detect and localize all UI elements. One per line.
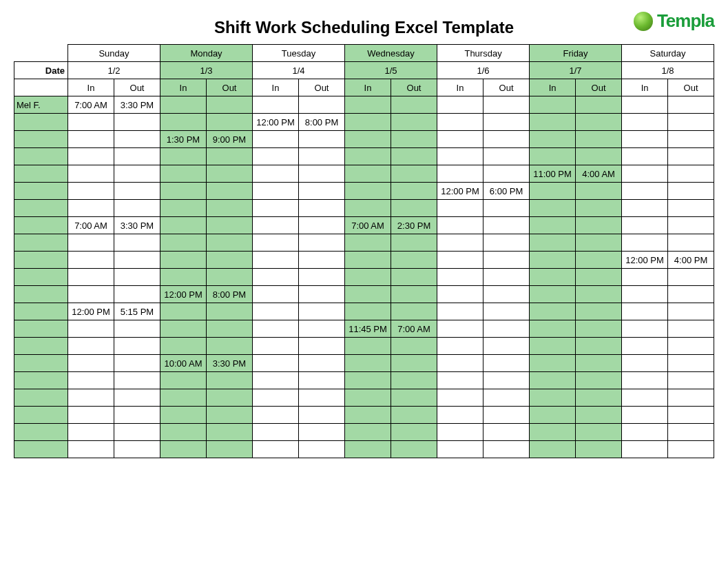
- time-cell[interactable]: 11:00 PM: [530, 165, 576, 183]
- time-cell[interactable]: [437, 165, 483, 183]
- time-cell[interactable]: [483, 114, 530, 131]
- time-cell[interactable]: [437, 372, 483, 389]
- time-cell[interactable]: [483, 217, 530, 234]
- time-cell[interactable]: [437, 286, 483, 303]
- time-cell[interactable]: [668, 303, 714, 320]
- time-cell[interactable]: [299, 148, 345, 165]
- employee-name-cell[interactable]: [14, 389, 68, 407]
- time-cell[interactable]: [622, 234, 668, 252]
- time-cell[interactable]: [576, 217, 622, 234]
- time-cell[interactable]: [299, 217, 345, 234]
- time-cell[interactable]: [253, 286, 299, 303]
- time-cell[interactable]: [253, 183, 299, 200]
- time-cell[interactable]: [68, 200, 114, 217]
- time-cell[interactable]: 9:00 PM: [207, 131, 253, 148]
- time-cell[interactable]: [391, 303, 437, 320]
- time-cell[interactable]: [114, 286, 160, 303]
- employee-name-cell[interactable]: [14, 183, 68, 200]
- time-cell[interactable]: [253, 217, 299, 234]
- time-cell[interactable]: [207, 200, 253, 217]
- time-cell[interactable]: [530, 148, 576, 165]
- time-cell[interactable]: [160, 252, 207, 269]
- time-cell[interactable]: 12:00 PM: [160, 286, 207, 303]
- time-cell[interactable]: [576, 303, 622, 320]
- time-cell[interactable]: [160, 114, 207, 131]
- time-cell[interactable]: [530, 286, 576, 303]
- time-cell[interactable]: [114, 200, 160, 217]
- time-cell[interactable]: [160, 372, 207, 389]
- time-cell[interactable]: [668, 269, 714, 286]
- time-cell[interactable]: [668, 165, 714, 183]
- time-cell[interactable]: 10:00 AM: [160, 355, 207, 372]
- time-cell[interactable]: [345, 389, 391, 407]
- time-cell[interactable]: [207, 338, 253, 355]
- time-cell[interactable]: [114, 355, 160, 372]
- time-cell[interactable]: [622, 114, 668, 131]
- time-cell[interactable]: [483, 131, 530, 148]
- time-cell[interactable]: [299, 96, 345, 114]
- time-cell[interactable]: [576, 148, 622, 165]
- time-cell[interactable]: [483, 372, 530, 389]
- time-cell[interactable]: [576, 200, 622, 217]
- time-cell[interactable]: [483, 165, 530, 183]
- time-cell[interactable]: [160, 320, 207, 338]
- time-cell[interactable]: [668, 286, 714, 303]
- time-cell[interactable]: [622, 148, 668, 165]
- time-cell[interactable]: [253, 269, 299, 286]
- time-cell[interactable]: 3:30 PM: [207, 355, 253, 372]
- time-cell[interactable]: [207, 320, 253, 338]
- time-cell[interactable]: [345, 252, 391, 269]
- time-cell[interactable]: [483, 96, 530, 114]
- time-cell[interactable]: [207, 217, 253, 234]
- time-cell[interactable]: [437, 320, 483, 338]
- time-cell[interactable]: [622, 407, 668, 424]
- time-cell[interactable]: [68, 269, 114, 286]
- time-cell[interactable]: 2:30 PM: [391, 217, 437, 234]
- time-cell[interactable]: [345, 338, 391, 355]
- time-cell[interactable]: [299, 338, 345, 355]
- time-cell[interactable]: [622, 355, 668, 372]
- time-cell[interactable]: [668, 217, 714, 234]
- time-cell[interactable]: [253, 148, 299, 165]
- time-cell[interactable]: [345, 148, 391, 165]
- time-cell[interactable]: [114, 148, 160, 165]
- time-cell[interactable]: [576, 441, 622, 458]
- time-cell[interactable]: [391, 372, 437, 389]
- time-cell[interactable]: [253, 338, 299, 355]
- time-cell[interactable]: [160, 441, 207, 458]
- time-cell[interactable]: [483, 252, 530, 269]
- time-cell[interactable]: [437, 269, 483, 286]
- time-cell[interactable]: [483, 269, 530, 286]
- time-cell[interactable]: [530, 355, 576, 372]
- time-cell[interactable]: [207, 114, 253, 131]
- time-cell[interactable]: [530, 96, 576, 114]
- time-cell[interactable]: [622, 200, 668, 217]
- time-cell[interactable]: [114, 269, 160, 286]
- time-cell[interactable]: [299, 234, 345, 252]
- time-cell[interactable]: [299, 320, 345, 338]
- employee-name-cell[interactable]: [14, 234, 68, 252]
- time-cell[interactable]: 3:30 PM: [114, 96, 160, 114]
- time-cell[interactable]: [622, 217, 668, 234]
- time-cell[interactable]: [207, 303, 253, 320]
- time-cell[interactable]: [207, 389, 253, 407]
- time-cell[interactable]: [391, 148, 437, 165]
- time-cell[interactable]: [622, 183, 668, 200]
- time-cell[interactable]: [668, 148, 714, 165]
- time-cell[interactable]: [530, 320, 576, 338]
- time-cell[interactable]: [437, 131, 483, 148]
- time-cell[interactable]: [207, 269, 253, 286]
- time-cell[interactable]: [437, 441, 483, 458]
- time-cell[interactable]: [530, 407, 576, 424]
- time-cell[interactable]: [68, 407, 114, 424]
- time-cell[interactable]: [345, 200, 391, 217]
- time-cell[interactable]: [345, 114, 391, 131]
- time-cell[interactable]: [530, 234, 576, 252]
- time-cell[interactable]: 3:30 PM: [114, 217, 160, 234]
- time-cell[interactable]: [253, 389, 299, 407]
- time-cell[interactable]: [391, 114, 437, 131]
- time-cell[interactable]: [299, 303, 345, 320]
- time-cell[interactable]: 7:00 AM: [68, 96, 114, 114]
- time-cell[interactable]: [530, 269, 576, 286]
- time-cell[interactable]: [160, 389, 207, 407]
